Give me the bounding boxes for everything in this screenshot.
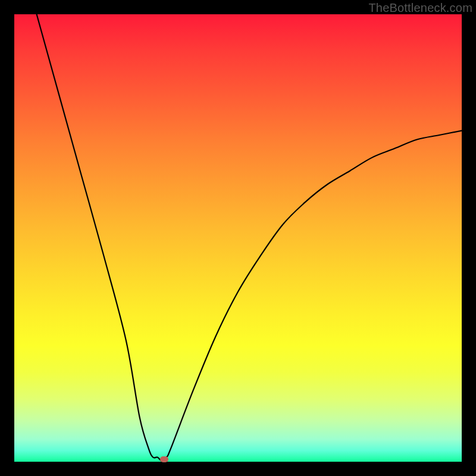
watermark-text: TheBottleneck.com [368, 1, 472, 15]
optimum-marker [160, 456, 168, 462]
bottleneck-curve [37, 14, 462, 461]
curve-svg [14, 14, 462, 462]
chart-frame: TheBottleneck.com [0, 0, 476, 476]
plot-area [14, 14, 462, 462]
